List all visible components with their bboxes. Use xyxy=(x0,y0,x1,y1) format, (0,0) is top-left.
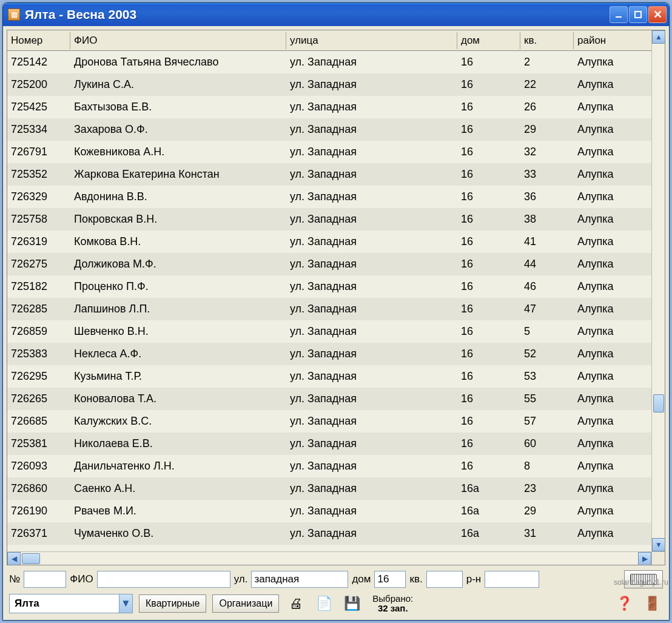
cell-fio: Саенко А.Н. xyxy=(70,481,286,496)
column-header-kv[interactable]: кв. xyxy=(520,32,574,49)
apartment-phones-button[interactable]: Квартирные xyxy=(139,594,206,613)
cell-fio: Неклеса А.Ф. xyxy=(70,346,286,362)
table-row[interactable]: 726319Комкова В.Н.ул. Западная1641Алупка xyxy=(7,231,665,253)
table-row[interactable]: 725334Захарова О.Ф.ул. Западная1629Алупк… xyxy=(7,118,665,141)
save-button[interactable]: 💾 xyxy=(341,593,363,614)
cell-nomer: 726265 xyxy=(7,391,70,406)
cell-nomer: 726190 xyxy=(7,503,70,519)
cell-ulica: ул. Западная xyxy=(286,189,457,204)
filter-house-input[interactable] xyxy=(374,571,406,588)
table-row[interactable]: 726190Рвачев М.И.ул. Западная16а29Алупка xyxy=(7,500,665,522)
cell-kv: 32 xyxy=(520,144,574,160)
cell-nomer: 726860 xyxy=(7,481,70,496)
table-row[interactable]: 725383Неклеса А.Ф.ул. Западная1652Алупка xyxy=(7,343,665,365)
table-row[interactable]: 726275Должикова М.Ф.ул. Западная1644Алуп… xyxy=(7,253,665,275)
window-title: Ялта - Весна 2003 xyxy=(25,7,610,22)
table-row[interactable]: 725425Бахтызова Е.В.ул. Западная1626Алуп… xyxy=(7,96,665,118)
help-icon: ❓ xyxy=(616,596,633,611)
cell-fio: Кузьмина Т.Р. xyxy=(70,369,286,384)
cell-ulica: ул. Западная xyxy=(286,301,457,317)
cell-ulica: ул. Западная xyxy=(286,234,457,249)
label-district: р-н xyxy=(466,573,482,585)
table-row[interactable]: 726265Коновалова Т.А.ул. Западная1655Алу… xyxy=(7,388,665,410)
toolbar: Ялта ▼ Квартирные Организаци 🖨 📄 💾 Выбра… xyxy=(7,592,665,616)
cell-kv: 41 xyxy=(520,234,574,249)
cell-ulica: ул. Западная xyxy=(286,436,457,451)
cell-nomer: 726371 xyxy=(7,526,70,541)
filter-fio-input[interactable] xyxy=(97,571,230,588)
cell-nomer: 726093 xyxy=(7,459,70,474)
filter-number-input[interactable] xyxy=(24,571,66,588)
horizontal-scrollbar[interactable]: ◀ ▶ xyxy=(7,551,651,565)
cell-nomer: 725381 xyxy=(7,436,70,451)
cell-dom: 16 xyxy=(457,436,520,451)
organizations-button[interactable]: Организаци xyxy=(212,594,279,613)
help-button[interactable]: ❓ xyxy=(613,593,635,614)
table-row[interactable]: 725352Жаркова Екатерина Констанул. Запад… xyxy=(7,163,665,186)
scroll-left-arrow-icon[interactable]: ◀ xyxy=(7,552,21,565)
column-header-rajon[interactable]: район xyxy=(574,32,651,49)
cell-nomer: 726295 xyxy=(7,369,70,384)
exit-button[interactable]: 🚪 xyxy=(641,593,663,614)
cell-nomer: 726319 xyxy=(7,234,70,249)
city-combobox[interactable]: Ялта ▼ xyxy=(9,594,133,613)
table-row[interactable]: 726285Лапшинов Л.П.ул. Западная1647Алупк… xyxy=(7,298,665,320)
table-row[interactable]: 725758Покровская В.Н.ул. Западная1638Алу… xyxy=(7,208,665,231)
exit-icon: 🚪 xyxy=(644,596,660,611)
cell-fio: Авдонина В.В. xyxy=(70,189,286,204)
maximize-button[interactable] xyxy=(629,6,647,23)
cell-kv: 26 xyxy=(520,99,574,115)
vertical-scrollbar[interactable]: ▲ ▼ xyxy=(651,30,665,551)
scroll-down-arrow-icon[interactable]: ▼ xyxy=(652,538,665,551)
cell-kv: 47 xyxy=(520,301,574,317)
city-combobox-value: Ялта xyxy=(10,598,119,610)
export-button[interactable]: 📄 xyxy=(313,593,335,614)
cell-nomer: 725383 xyxy=(7,346,70,362)
cell-nomer: 725182 xyxy=(7,279,70,294)
save-icon: 💾 xyxy=(344,596,360,611)
cell-ulica: ул. Западная xyxy=(286,324,457,339)
table-row[interactable]: 726371Чумаченко О.В.ул. Западная16а31Алу… xyxy=(7,522,665,545)
table-row[interactable]: 726791Кожевникова А.Н.ул. Западная1632Ал… xyxy=(7,141,665,163)
cell-nomer: 725758 xyxy=(7,212,70,227)
table-row[interactable]: 725142Дронова Татьяна Вячеславоул. Запад… xyxy=(7,51,665,73)
table-row[interactable]: 726685Калужских В.С.ул. Западная1657Алуп… xyxy=(7,410,665,433)
table-row[interactable]: 726093Данильчатенко Л.Н.ул. Западная168А… xyxy=(7,455,665,477)
scroll-up-arrow-icon[interactable]: ▲ xyxy=(652,30,665,44)
table-row[interactable]: 725381Николаева Е.В.ул. Западная1660Алуп… xyxy=(7,433,665,455)
vertical-scroll-thumb[interactable] xyxy=(653,394,664,413)
table-row[interactable]: 726295Кузьмина Т.Р.ул. Западная1653Алупк… xyxy=(7,365,665,388)
cell-nomer: 725200 xyxy=(7,77,70,92)
table-row[interactable]: 726859Шевченко В.Н.ул. Западная165Алупка xyxy=(7,320,665,343)
cell-dom: 16 xyxy=(457,301,520,317)
cell-dom: 16 xyxy=(457,346,520,362)
cell-dom: 16 xyxy=(457,77,520,92)
cell-kv: 29 xyxy=(520,503,574,519)
grid-body[interactable]: 725142Дронова Татьяна Вячеславоул. Запад… xyxy=(7,51,665,565)
table-row[interactable]: 725182Проценко П.Ф.ул. Западная1646Алупк… xyxy=(7,275,665,298)
chevron-down-icon[interactable]: ▼ xyxy=(119,594,132,613)
filter-street-input[interactable] xyxy=(251,571,348,588)
horizontal-scroll-thumb[interactable] xyxy=(22,553,40,564)
column-header-fio[interactable]: ФИО xyxy=(70,32,286,49)
print-button[interactable]: 🖨 xyxy=(285,593,307,614)
minimize-button[interactable] xyxy=(610,6,628,23)
filter-district-input[interactable] xyxy=(485,571,539,588)
cell-nomer: 725352 xyxy=(7,167,70,182)
column-header-ulica[interactable]: улица xyxy=(286,32,457,49)
table-row[interactable]: 726329Авдонина В.В.ул. Западная1636Алупк… xyxy=(7,186,665,208)
table-row[interactable]: 725200Лукина С.А.ул. Западная1622Алупка xyxy=(7,73,665,96)
cell-fio: Калужских В.С. xyxy=(70,414,286,429)
table-row[interactable]: 726860Саенко А.Н.ул. Западная16а23Алупка xyxy=(7,477,665,500)
titlebar[interactable]: ▦ Ялта - Весна 2003 ✕ xyxy=(3,3,669,26)
filter-apartment-input[interactable] xyxy=(426,571,463,588)
cell-dom: 16 xyxy=(457,257,520,272)
cell-kv: 5 xyxy=(520,324,574,339)
scroll-right-arrow-icon[interactable]: ▶ xyxy=(638,552,651,565)
cell-nomer: 725334 xyxy=(7,122,70,137)
close-button[interactable]: ✕ xyxy=(648,6,667,23)
cell-ulica: ул. Западная xyxy=(286,122,457,137)
column-header-dom[interactable]: дом xyxy=(457,32,520,49)
column-header-nomer[interactable]: Номер xyxy=(7,32,70,49)
label-house: дом xyxy=(352,573,371,585)
